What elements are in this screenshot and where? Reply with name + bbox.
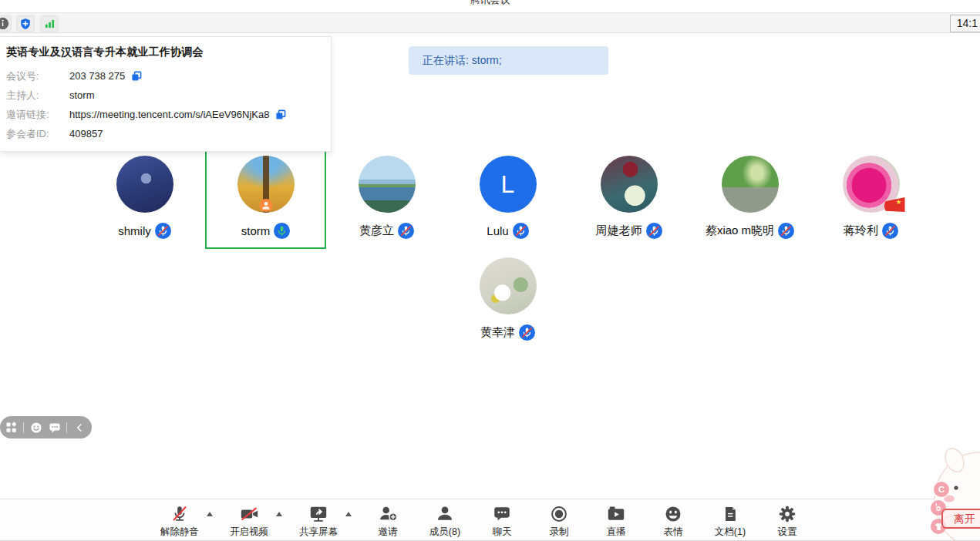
collapse-chevron-icon[interactable] — [72, 421, 86, 435]
participant-tile[interactable]: ★ storm — [205, 146, 326, 249]
info-label: 主持人: — [6, 89, 69, 102]
mic-muted-icon — [778, 223, 794, 239]
record-icon — [549, 503, 569, 524]
chat-icon — [492, 503, 512, 524]
mic-muted-icon — [882, 223, 898, 239]
caret-up-icon[interactable] — [204, 503, 216, 516]
participant-avatar — [116, 156, 173, 213]
toolbar-label: 解除静音 — [160, 526, 199, 539]
meeting-info-button[interactable] — [0, 15, 12, 32]
toolbar-item[interactable]: 成员(8) — [421, 503, 469, 539]
toolbar-label: 设置 — [778, 526, 797, 539]
copy-icon[interactable] — [275, 109, 286, 120]
info-value: storm — [69, 89, 95, 101]
host-badge-icon — [259, 199, 272, 215]
emoji-icon — [663, 503, 683, 524]
mic-speaking-icon — [274, 223, 290, 239]
top-toolbar: 14:1 — [0, 12, 980, 33]
info-value: https://meeting.tencent.com/s/iAEeV96NjK… — [69, 109, 269, 120]
members-icon — [435, 503, 455, 524]
participant-tile[interactable]: L ★ Lulu — [447, 146, 568, 249]
desktop-pet-overlay: C 离开 — [887, 440, 980, 540]
participant-name: shmily — [118, 224, 151, 237]
pet-menu-c-button[interactable]: C — [934, 482, 949, 497]
toolbar-item[interactable]: 表情 — [649, 503, 697, 539]
layout-view-icon[interactable] — [5, 421, 18, 435]
info-value: 409857 — [69, 128, 103, 139]
mic-muted-icon — [398, 223, 414, 239]
network-quality-button[interactable] — [40, 15, 59, 32]
toolbar-label: 表情 — [664, 526, 683, 539]
participant-grid-row-2: ★ 黄幸津 — [447, 248, 568, 351]
participant-grid-row-1: ★ shmily ★ storm ★ 黄彦立 — [84, 146, 931, 249]
toolbar-label: 邀请 — [379, 526, 398, 539]
copy-icon[interactable] — [131, 71, 142, 82]
network-signal-icon — [44, 18, 56, 29]
participant-avatar — [601, 156, 658, 213]
info-label: 会议号: — [6, 69, 69, 83]
camera-muted-icon — [239, 503, 260, 524]
participant-tile[interactable]: ★ 黄彦立 — [326, 146, 447, 249]
document-icon — [721, 503, 739, 524]
toolbar-item[interactable]: 共享屏幕 — [295, 503, 342, 539]
app-title: 腾讯会议 — [0, 0, 980, 6]
toolbar-item[interactable]: 邀请 — [364, 503, 412, 539]
settings-icon — [777, 503, 797, 524]
participant-name: 周婕老师 — [596, 223, 642, 238]
share-screen-icon — [308, 503, 328, 524]
speaking-banner: 正在讲话: storm; — [409, 46, 608, 75]
toolbar-item[interactable]: 聊天 — [478, 503, 526, 539]
toolbar-label: 共享屏幕 — [299, 526, 338, 539]
toolbar-item[interactable]: 录制 — [535, 503, 583, 539]
participant-tile[interactable]: ★ 蒋玲利 — [810, 146, 931, 249]
toolbar-label: 录制 — [550, 526, 569, 539]
bottom-control-bar: 解除静音 开启视频 共享屏幕 邀请 成员(8) — [0, 499, 980, 540]
clock: 14:1 — [950, 15, 980, 32]
meeting-info-row: 会议号: 203 738 275 — [6, 66, 320, 86]
shield-icon — [19, 18, 32, 30]
participant-avatar — [480, 257, 537, 314]
mic-muted-icon — [646, 223, 662, 239]
participant-tile[interactable]: ★ 黄幸津 — [447, 248, 568, 351]
toolbar-label: 成员(8) — [429, 526, 460, 539]
meeting-info-row: 主持人: storm — [6, 86, 320, 105]
security-button[interactable] — [16, 15, 35, 32]
mini-floating-toolbar — [0, 416, 92, 439]
mic-muted-icon — [155, 223, 171, 239]
participant-avatar — [722, 156, 779, 213]
toolbar-item[interactable]: 开启视频 — [225, 503, 273, 539]
participant-tile[interactable]: ★ 周婕老师 — [568, 146, 689, 249]
participant-tile[interactable]: ★ shmily — [84, 146, 205, 249]
toolbar-label: 聊天 — [493, 526, 512, 539]
emoji-panel-icon[interactable] — [29, 421, 42, 435]
live-icon — [606, 503, 626, 524]
info-value: 203 738 275 — [69, 70, 125, 82]
toolbar-label: 直播 — [607, 526, 626, 539]
window-titlebar: 腾讯会议 — [0, 0, 980, 12]
avatar-initial: L — [501, 172, 515, 197]
pet-leave-button[interactable]: 离开 — [941, 509, 980, 529]
caret-up-icon[interactable] — [273, 503, 285, 516]
chat-bubble-icon[interactable] — [48, 421, 61, 435]
participant-avatar: L — [480, 156, 537, 213]
info-label: 参会者ID: — [6, 127, 69, 141]
participant-name: 蔡xiao m晓明 — [706, 223, 774, 238]
divider — [66, 422, 67, 433]
toolbar-item[interactable]: 直播 — [592, 503, 640, 539]
participant-tile[interactable]: ★ 蔡xiao m晓明 — [689, 146, 810, 249]
toolbar-label: 文档(1) — [715, 526, 746, 539]
caret-up-icon[interactable] — [342, 503, 355, 516]
toolbar-item[interactable]: 文档(1) — [706, 503, 754, 539]
participant-name: storm — [241, 224, 271, 237]
toolbar-item[interactable]: 解除静音 — [156, 503, 204, 539]
participant-name: 黄彦立 — [359, 223, 394, 238]
mic-muted-icon — [519, 324, 535, 341]
participant-name: Lulu — [487, 224, 508, 237]
meeting-info-row: 参会者ID: 409857 — [6, 124, 320, 143]
toolbar-label: 开启视频 — [230, 526, 268, 539]
divider — [23, 422, 24, 433]
toolbar-item[interactable]: 设置 — [763, 503, 811, 539]
meeting-info-card: 英语专业及汉语言专升本就业工作协调会 会议号: 203 738 275 主持人:… — [0, 36, 332, 152]
meeting-info-row: 邀请链接: https://meeting.tencent.com/s/iAEe… — [6, 105, 320, 124]
mic-muted-icon — [170, 503, 190, 524]
